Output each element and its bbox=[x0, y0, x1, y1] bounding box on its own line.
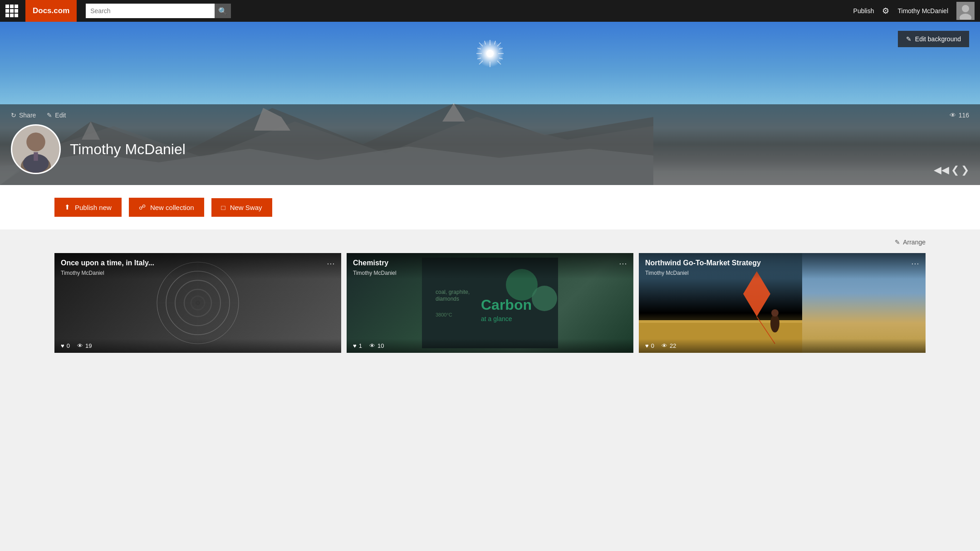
card-likes: ♥ 1 bbox=[353, 342, 362, 349]
card-title: Northwind Go-To-Market Strategy bbox=[645, 258, 761, 267]
cards-grid: Once upon a time, in Italy... ⋯ Timothy … bbox=[54, 253, 926, 353]
hero-controls: ↻ Share ✎ Edit 👁 116 bbox=[11, 112, 969, 119]
svg-text:3800°C: 3800°C bbox=[436, 312, 452, 317]
svg-point-4 bbox=[486, 50, 494, 57]
publish-new-label: Publish new bbox=[75, 204, 112, 211]
content-top-bar: ✎ Arrange bbox=[54, 239, 926, 246]
views-count: 10 bbox=[377, 342, 384, 349]
pencil-icon: ✎ bbox=[906, 35, 911, 43]
heart-icon: ♥ bbox=[353, 342, 357, 349]
next-arrow-icon[interactable]: ❯ bbox=[961, 164, 969, 176]
likes-count: 0 bbox=[67, 342, 70, 349]
content-area: ✎ Arrange bbox=[0, 229, 980, 371]
svg-text:diamonds: diamonds bbox=[436, 296, 459, 302]
hero-nav-arrows: ◀◀ ❮ ❯ bbox=[934, 164, 969, 176]
prev-arrow-icon[interactable]: ❮ bbox=[951, 164, 959, 176]
card-header: Chemistry ⋯ Timothy McDaniel bbox=[347, 253, 633, 279]
edit-background-label: Edit background bbox=[915, 35, 961, 43]
hero-sun bbox=[476, 40, 504, 67]
arrange-label: Arrange bbox=[903, 239, 926, 246]
card-footer: ♥ 0 👁 22 bbox=[639, 339, 926, 353]
card-author: Timothy McDaniel bbox=[353, 270, 627, 276]
eye-icon: 👁 bbox=[662, 342, 667, 349]
edit-icon: ✎ bbox=[47, 112, 52, 119]
eye-icon: 👁 bbox=[369, 342, 375, 349]
svg-text:Carbon: Carbon bbox=[481, 297, 532, 313]
edit-label: Edit bbox=[55, 112, 66, 119]
card-title-row: Chemistry ⋯ bbox=[353, 258, 627, 268]
card-footer: ♥ 0 👁 19 bbox=[54, 339, 341, 353]
card-header: Northwind Go-To-Market Strategy ⋯ Timoth… bbox=[639, 253, 926, 279]
share-label: Share bbox=[19, 112, 36, 119]
topnav-right: Publish ⚙ Timothy McDaniel bbox=[853, 2, 975, 20]
card-more-button[interactable]: ⋯ bbox=[619, 258, 627, 268]
card-views: 👁 22 bbox=[662, 342, 676, 349]
new-sway-button[interactable]: □ New Sway bbox=[211, 198, 272, 217]
arrange-icon: ✎ bbox=[895, 239, 900, 246]
likes-count: 0 bbox=[651, 342, 654, 349]
actions-row: ⬆ Publish new ☍ New collection □ New Swa… bbox=[0, 185, 980, 229]
hero-overlay: ↻ Share ✎ Edit 👁 116 bbox=[0, 104, 980, 185]
svg-point-54 bbox=[770, 314, 779, 332]
heart-icon: ♥ bbox=[645, 342, 649, 349]
topnav-username: Timothy McDaniel bbox=[897, 7, 948, 15]
settings-icon[interactable]: ⚙ bbox=[882, 6, 889, 16]
card-likes: ♥ 0 bbox=[61, 342, 70, 349]
heart-icon: ♥ bbox=[61, 342, 64, 349]
publish-link[interactable]: Publish bbox=[853, 7, 874, 15]
views-count: 19 bbox=[85, 342, 92, 349]
app-grid-icon[interactable] bbox=[5, 5, 18, 17]
svg-point-55 bbox=[771, 309, 779, 317]
new-collection-button[interactable]: ☍ New collection bbox=[129, 198, 204, 217]
edit-background-button[interactable]: ✎ Edit background bbox=[898, 31, 969, 47]
card-more-button[interactable]: ⋯ bbox=[327, 258, 335, 268]
brand-logo[interactable]: Docs.com bbox=[25, 0, 77, 22]
profile-name: Timothy McDaniel bbox=[70, 141, 186, 158]
search-button[interactable]: 🔍 bbox=[215, 4, 231, 18]
arrange-button[interactable]: ✎ Arrange bbox=[895, 239, 926, 246]
hero-controls-left: ↻ Share ✎ Edit bbox=[11, 112, 66, 119]
eye-icon: 👁 bbox=[77, 342, 83, 349]
card-views: 👁 19 bbox=[77, 342, 92, 349]
card-author: Timothy McDaniel bbox=[61, 270, 335, 276]
sway-icon: □ bbox=[221, 204, 225, 211]
topnav-avatar[interactable] bbox=[956, 2, 975, 20]
card-title: Chemistry bbox=[353, 258, 388, 267]
views-count: 22 bbox=[670, 342, 676, 349]
svg-rect-29 bbox=[34, 152, 38, 161]
upload-icon: ⬆ bbox=[64, 203, 70, 211]
card-italy[interactable]: Once upon a time, in Italy... ⋯ Timothy … bbox=[54, 253, 341, 353]
card-northwind[interactable]: Northwind Go-To-Market Strategy ⋯ Timoth… bbox=[639, 253, 926, 353]
views-count: 116 bbox=[959, 112, 969, 119]
first-arrow-icon[interactable]: ◀◀ bbox=[934, 164, 949, 176]
svg-point-26 bbox=[26, 132, 45, 151]
search-input[interactable] bbox=[86, 4, 215, 18]
share-button[interactable]: ↻ Share bbox=[11, 112, 36, 119]
card-views: 👁 10 bbox=[369, 342, 384, 349]
card-title-row: Once upon a time, in Italy... ⋯ bbox=[61, 258, 335, 268]
search-bar: 🔍 bbox=[86, 4, 231, 18]
card-author: Timothy McDaniel bbox=[645, 270, 919, 276]
collection-icon: ☍ bbox=[139, 203, 146, 211]
card-more-button[interactable]: ⋯ bbox=[911, 258, 919, 268]
svg-text:coal, graphite,: coal, graphite, bbox=[436, 289, 470, 295]
hero-profile: Timothy McDaniel bbox=[11, 124, 969, 174]
svg-text:at a glance: at a glance bbox=[481, 315, 512, 322]
publish-new-button[interactable]: ⬆ Publish new bbox=[54, 198, 122, 217]
card-title: Once upon a time, in Italy... bbox=[61, 258, 154, 267]
card-header: Once upon a time, in Italy... ⋯ Timothy … bbox=[54, 253, 341, 279]
card-likes: ♥ 0 bbox=[645, 342, 654, 349]
card-chemistry[interactable]: Carbon at a glance coal, graphite, diamo… bbox=[347, 253, 633, 353]
svg-point-42 bbox=[532, 286, 557, 311]
views-counter: 👁 116 bbox=[950, 112, 969, 119]
edit-button[interactable]: ✎ Edit bbox=[47, 112, 66, 119]
card-title-row: Northwind Go-To-Market Strategy ⋯ bbox=[645, 258, 919, 268]
hero-section: ↻ Share ✎ Edit 👁 116 bbox=[0, 22, 980, 185]
share-icon: ↻ bbox=[11, 112, 16, 119]
topnav: Docs.com 🔍 Publish ⚙ Timothy McDaniel bbox=[0, 0, 980, 22]
new-sway-label: New Sway bbox=[230, 204, 262, 211]
svg-point-1 bbox=[962, 5, 969, 12]
eye-icon: 👁 bbox=[950, 112, 956, 119]
card-footer: ♥ 1 👁 10 bbox=[347, 339, 633, 353]
new-collection-label: New collection bbox=[150, 204, 194, 211]
